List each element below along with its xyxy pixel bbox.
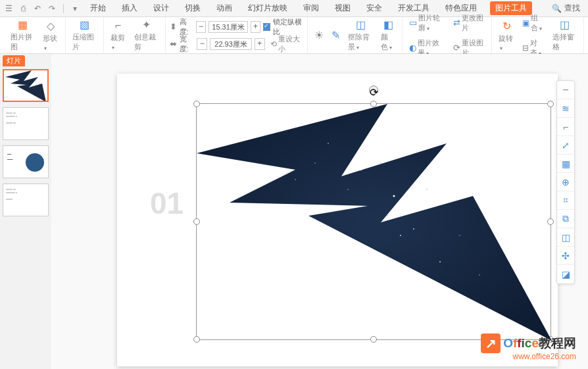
crop-tool-icon[interactable]: ⌐ <box>557 118 574 136</box>
slide-thumb-1[interactable] <box>3 69 49 102</box>
creative-crop-icon: ✦ <box>142 18 151 31</box>
svg-point-6 <box>393 195 395 197</box>
group-button[interactable]: ▣ 组合▾ <box>520 12 547 34</box>
collapse-button[interactable]: − <box>557 81 574 99</box>
tab-security[interactable]: 安全 <box>364 1 385 15</box>
tab-design[interactable]: 设计 <box>151 1 172 15</box>
rotate-button[interactable]: ↻ 旋转▾ <box>496 18 517 53</box>
svg-point-1 <box>26 153 44 172</box>
search-label: 查找 <box>564 3 580 14</box>
copy-tool-icon[interactable]: ⧉ <box>557 210 574 228</box>
sharpen-icon: ✎ <box>331 29 340 41</box>
search-button[interactable]: 🔍 查找 <box>552 3 580 14</box>
arrange-col: ▣ 组合▾ ⊟ 对齐▾ <box>520 12 547 59</box>
height-value[interactable]: 15.31厘米 <box>208 21 248 33</box>
lightning-bolt-image[interactable] <box>197 104 552 341</box>
ribbon-group-size: ⬍ 高度: − 15.31厘米 + 锁定纵横比 ⬌ 宽度: − 22.93厘米 … <box>166 17 308 53</box>
grid-tool-icon[interactable]: ▦ <box>557 155 574 173</box>
compress-label: 压缩图片 <box>72 32 97 52</box>
duplicate-tool-icon[interactable]: ◫ <box>557 228 574 247</box>
zoom-tool-icon[interactable]: ⊕ <box>557 173 574 191</box>
height-increase-button[interactable]: + <box>251 21 261 33</box>
watermark-url: www.office26.com <box>481 352 576 361</box>
search-icon: 🔍 <box>552 4 562 13</box>
sharpen-button[interactable]: ✎ <box>329 28 343 43</box>
brightness-button[interactable]: ☀ <box>312 28 326 43</box>
tab-insert[interactable]: 插入 <box>119 1 140 15</box>
rotation-handle[interactable]: ⟳ <box>369 86 378 95</box>
ribbon-group-compress: ▧ 压缩图片 <box>66 17 105 53</box>
thumbnail-panel: 灯片 ━━━━━ ━━━━━━━━━ ━━━━━━ ━━ ━━━ ━━━━ ━━… <box>0 54 51 369</box>
tab-start[interactable]: 开始 <box>87 1 109 15</box>
color-button[interactable]: ◧ 颜色▾ <box>378 17 397 53</box>
ribbon-group-adjust: ☀ ✎ ◫ 抠除背景▾ ◧ 颜色▾ <box>308 17 402 53</box>
tab-view[interactable]: 视图 <box>332 1 353 15</box>
width-label: 宽度: <box>180 34 195 54</box>
svg-point-8 <box>366 251 369 253</box>
creative-crop-button[interactable]: ✦ 创意裁剪 <box>132 17 161 53</box>
width-decrease-button[interactable]: − <box>197 38 207 50</box>
slide[interactable]: 01 ⟳ <box>117 74 558 366</box>
tab-animation[interactable]: 动画 <box>214 1 235 15</box>
shape-button[interactable]: ◇ 形状▾ <box>40 18 61 53</box>
selection-box[interactable]: ⟳ <box>196 103 551 340</box>
svg-point-19 <box>479 274 480 276</box>
layers-tool-icon[interactable]: ≋ <box>557 99 574 118</box>
quick-access-toolbar: ☰ ⎙ ↶ ↷ ▾ <box>4 4 87 13</box>
align-icon: ⊟ <box>522 43 529 53</box>
selection-pane-icon: ◫ <box>560 18 570 31</box>
canvas-area[interactable]: 01 ⟳ <box>51 54 588 369</box>
svg-point-11 <box>328 143 329 144</box>
tab-slideshow[interactable]: 幻灯片放映 <box>245 1 290 15</box>
thumb-tab-label[interactable]: 灯片 <box>3 55 25 66</box>
slide-thumb-4[interactable]: ━━━━━ ━━━━━━━━━ ━━━━━━ <box>3 184 49 216</box>
tab-transition[interactable]: 切换 <box>182 1 203 15</box>
ribbon: ▦ 图片拼图 ◇ 形状▾ ▧ 压缩图片 ⌐ 裁剪▾ ✦ 创意裁剪 ⬍ 高度: − <box>0 17 588 54</box>
thumb-bolt-icon <box>4 70 49 102</box>
pic-stitch-button[interactable]: ▦ 图片拼图 <box>8 17 37 53</box>
remove-bg-icon: ◫ <box>356 18 366 31</box>
effects-tool-icon[interactable]: ✣ <box>557 247 574 265</box>
tab-review[interactable]: 审阅 <box>301 1 322 15</box>
group-icon: ▣ <box>522 18 529 28</box>
color-icon: ◧ <box>383 18 393 31</box>
svg-text:━━━━: ━━━━ <box>7 158 13 161</box>
remove-bg-button[interactable]: ◫ 抠除背景▾ <box>345 17 376 53</box>
change-pic-button[interactable]: ⇄ 更改图片 <box>451 12 488 34</box>
lock-ratio-checkbox[interactable] <box>263 23 270 31</box>
color-label: 颜色▾ <box>381 32 395 52</box>
selection-pane-button[interactable]: ◫ 选择窗格 <box>550 17 579 53</box>
style-col: ▭ 图片轮廓▾ ◐ 图片效果▾ <box>406 12 448 59</box>
shape-icon: ◇ <box>47 20 55 32</box>
svg-point-9 <box>400 235 401 236</box>
thumb-globe-icon: ━━━ ━━━━ <box>3 146 49 178</box>
mask-tool-icon[interactable]: ◪ <box>557 265 574 283</box>
svg-marker-0 <box>5 70 46 102</box>
width-increase-button[interactable]: + <box>255 38 265 50</box>
height-decrease-button[interactable]: − <box>196 21 207 33</box>
svg-point-16 <box>295 179 296 180</box>
qat-dropdown-icon[interactable]: ▾ <box>70 4 80 13</box>
undo-icon[interactable]: ↶ <box>33 4 42 13</box>
width-icon: ⬌ <box>170 39 177 49</box>
shape-label: 形状▾ <box>43 34 59 51</box>
change-pic-icon: ⇄ <box>453 18 460 28</box>
selection-pane-label: 选择窗格 <box>552 32 577 52</box>
slide-thumb-2[interactable]: ━━━━━ ━━━━━━━━━ ━━━━━━ ━━ <box>3 107 49 140</box>
width-value[interactable]: 22.93厘米 <box>210 38 251 50</box>
change-pic-label: 更改图片 <box>462 13 485 33</box>
pic-outline-button[interactable]: ▭ 图片轮廓▾ <box>406 12 448 34</box>
svg-text:━━━: ━━━ <box>7 153 12 156</box>
outline-icon: ▭ <box>409 18 417 28</box>
fit-tool-icon[interactable]: ⤢ <box>557 136 574 155</box>
redo-icon[interactable]: ↷ <box>47 4 57 13</box>
save-icon[interactable]: ☰ <box>4 4 13 13</box>
filter-tool-icon[interactable]: ⌗ <box>557 191 574 210</box>
compress-button[interactable]: ▧ 压缩图片 <box>70 17 100 53</box>
reset-size-button[interactable]: ⟲重设大小 <box>270 34 303 54</box>
slide-thumb-3[interactable]: ━━━ ━━━━ <box>3 145 49 178</box>
print-icon[interactable]: ⎙ <box>18 4 28 13</box>
rotate-label: 旋转▾ <box>499 34 514 51</box>
svg-point-20 <box>314 162 316 164</box>
crop-button[interactable]: ⌐ 裁剪▾ <box>108 18 129 52</box>
